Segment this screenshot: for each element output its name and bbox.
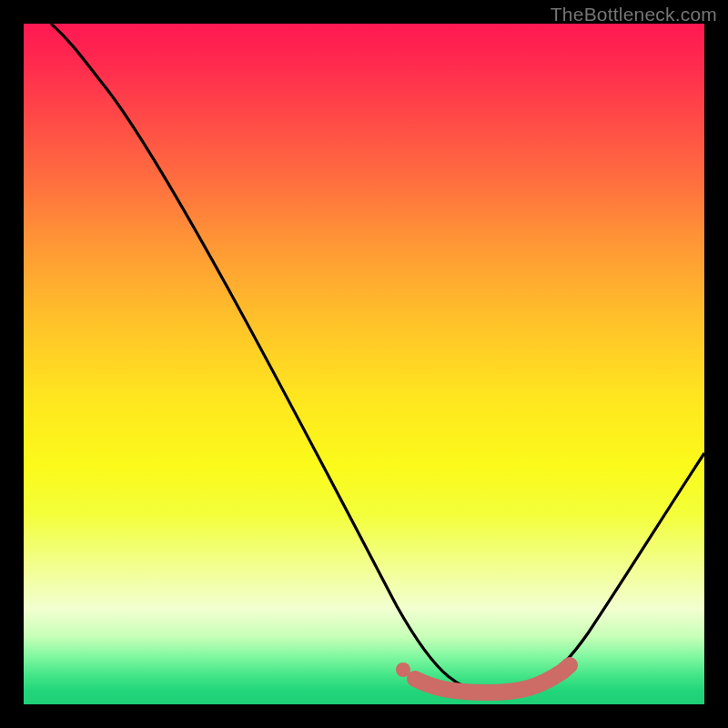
plot-area — [24, 24, 704, 704]
valley-highlight — [415, 665, 570, 693]
chart-frame: TheBottleneck.com — [0, 0, 728, 728]
bottleneck-curve — [51, 24, 704, 693]
curve-overlay — [24, 24, 704, 704]
credit-text: TheBottleneck.com — [551, 4, 717, 25]
valley-highlight-dot — [396, 662, 410, 677]
